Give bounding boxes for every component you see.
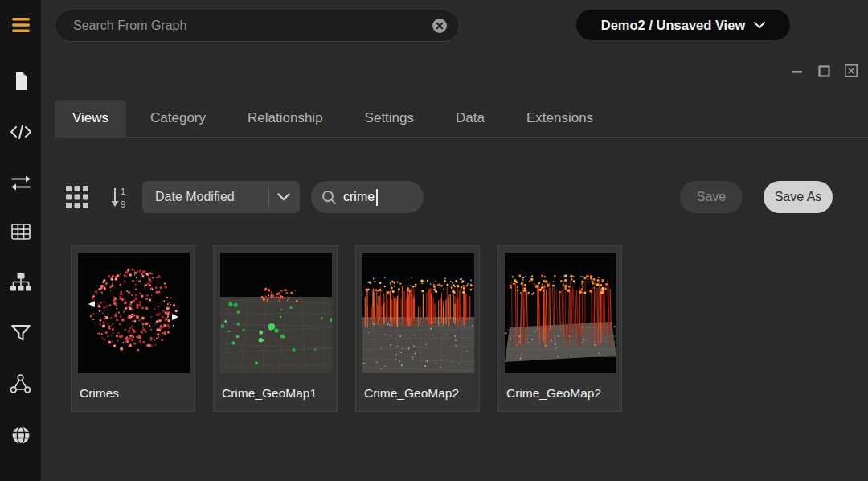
view-selector-button[interactable]: Demo2 / Unsaved View [576,10,790,40]
globe-icon[interactable] [10,424,32,446]
node-network-icon[interactable] [10,372,32,395]
grid-view-icon[interactable] [66,186,88,208]
document-icon[interactable] [10,70,32,92]
views-card-grid: Crimes Crime_GeoMap1 Crime_GeoMap2 Crime… [71,245,622,412]
sort-by-label: Date Modified [142,190,268,204]
code-icon[interactable] [10,121,32,143]
view-card-crime-geomap1[interactable]: Crime_GeoMap1 [213,245,338,412]
menu-icon[interactable] [10,14,32,36]
sort-by-dropdown[interactable]: Date Modified [142,181,300,213]
graph-search [55,10,460,42]
graph-search-input[interactable] [55,18,432,33]
view-card-crime-geomap2b[interactable]: Crime_GeoMap2 [497,245,622,412]
card-title: Crimes [78,382,188,405]
card-title: Crime_GeoMap1 [220,382,330,405]
save-button[interactable]: Save [680,181,743,213]
thumbnail-crime-geomap1 [220,253,332,373]
svg-text:1: 1 [121,187,125,196]
view-card-crime-geomap2[interactable]: Crime_GeoMap2 [355,245,480,412]
tab-settings[interactable]: Settings [347,100,432,137]
chevron-down-icon [754,22,765,29]
sort-order-icon[interactable]: 19 [109,185,129,209]
minimize-icon[interactable] [790,64,803,77]
thumbnail-crime-geomap2b [505,253,616,373]
maximize-icon[interactable] [817,64,830,77]
card-title: Crime_GeoMap2 [505,382,615,405]
view-selector-label: Demo2 / Unsaved View [601,18,745,33]
text-caret [376,189,378,206]
filter-icon[interactable] [10,321,32,343]
views-search-value: crime [343,190,375,204]
thumbnail-crime-geomap2 [362,253,474,373]
card-title: Crime_GeoMap2 [362,382,473,405]
tab-bar: Views Category Relationship Settings Dat… [55,100,868,138]
data-table-icon[interactable] [10,220,32,243]
views-search-input[interactable]: crime [311,181,424,213]
hierarchy-icon[interactable] [10,271,32,294]
search-icon [321,190,337,205]
views-toolbar: 19 Date Modified crime Save Save As [66,181,833,213]
sidebar [0,0,41,481]
svg-text:9: 9 [121,199,125,209]
window-controls [790,64,858,77]
clear-search-icon[interactable] [432,18,448,34]
close-icon[interactable] [845,64,858,77]
tab-relationship[interactable]: Relationship [230,100,341,137]
tab-data[interactable]: Data [438,100,502,137]
tab-extensions[interactable]: Extensions [509,100,611,137]
dropdown-divider [268,187,269,207]
chevron-down-icon [277,193,290,201]
view-card-crimes[interactable]: Crimes [71,245,195,412]
swap-arrows-icon[interactable] [10,171,32,194]
tab-category[interactable]: Category [133,100,223,137]
thumbnail-crimes [78,253,190,373]
save-as-button[interactable]: Save As [764,181,833,213]
tab-views[interactable]: Views [55,100,126,137]
app-window: Demo2 / Unsaved View Views Category Rela… [0,0,868,481]
